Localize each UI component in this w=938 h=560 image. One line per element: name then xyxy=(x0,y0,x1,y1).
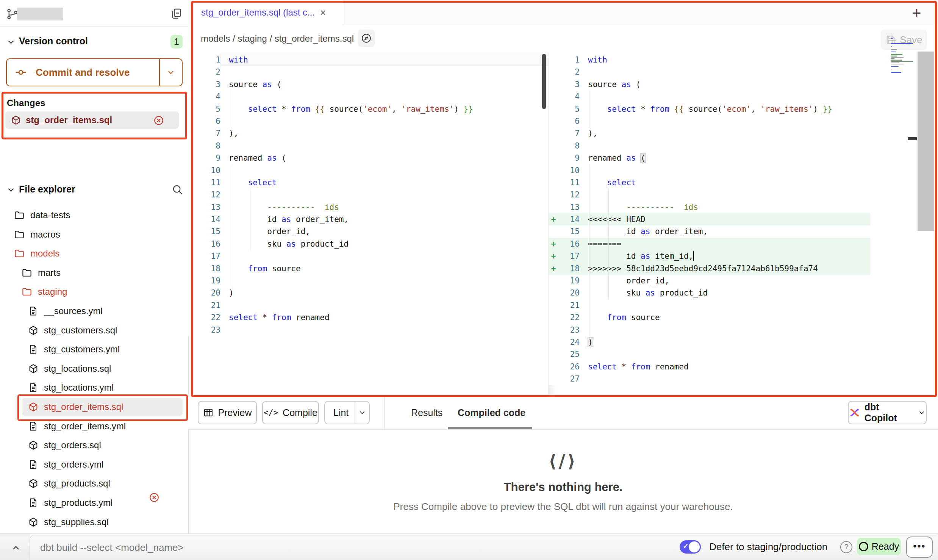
tab-results[interactable]: Results xyxy=(411,407,442,418)
code-line[interactable]: 15 id as order_item, xyxy=(549,225,917,238)
file-item-staging[interactable]: staging xyxy=(21,282,67,301)
line-content[interactable]: select xyxy=(580,177,636,189)
editor-pane-current[interactable]: 1with23source as (45 select * from {{ so… xyxy=(188,52,548,336)
code-line[interactable]: 11 select xyxy=(549,177,917,189)
line-content[interactable] xyxy=(220,140,229,152)
line-content[interactable]: id as item_id, xyxy=(580,250,694,262)
file-item-stg_order_items.yml[interactable]: stg_order_items.yml xyxy=(28,417,126,436)
code-line[interactable]: 10 xyxy=(549,164,917,177)
code-line[interactable]: 6 xyxy=(549,115,917,127)
lint-button[interactable]: Lint xyxy=(324,401,370,424)
code-line[interactable]: 7), xyxy=(188,127,548,139)
line-content[interactable] xyxy=(220,66,229,78)
code-line[interactable]: 5 select * from {{ source('ecom', 'raw_i… xyxy=(188,103,548,115)
code-line[interactable]: 22 from source xyxy=(549,311,917,324)
line-content[interactable]: >>>>>>> 58c1dd23d5eebd9cd2495fa7124ab61b… xyxy=(580,263,818,275)
line-content[interactable] xyxy=(220,189,229,201)
code-line[interactable]: 4 xyxy=(549,91,917,103)
line-content[interactable] xyxy=(580,348,588,360)
preview-button[interactable]: Preview xyxy=(198,401,257,424)
code-line[interactable]: 11 select xyxy=(188,177,548,189)
code-line[interactable]: 12 xyxy=(549,189,917,201)
line-content[interactable] xyxy=(580,66,588,78)
code-line[interactable]: +16======= xyxy=(549,238,917,250)
lint-dropdown-button[interactable] xyxy=(355,402,369,424)
line-content[interactable] xyxy=(580,164,588,177)
chevron-down-icon[interactable] xyxy=(6,185,16,195)
revert-file-icon[interactable] xyxy=(149,492,160,503)
code-line[interactable]: 21 xyxy=(188,299,548,311)
code-line[interactable]: 23 xyxy=(549,324,917,336)
line-content[interactable]: with xyxy=(220,54,548,66)
code-line[interactable]: 23 xyxy=(188,324,548,336)
code-line[interactable]: 26select * from renamed xyxy=(549,361,917,373)
line-content[interactable]: sku as product_id xyxy=(220,238,349,250)
line-content[interactable]: renamed as ( xyxy=(220,152,286,164)
search-icon[interactable] xyxy=(171,183,183,196)
line-content[interactable]: ) xyxy=(220,287,234,299)
line-content[interactable] xyxy=(220,275,229,287)
file-item-models[interactable]: models xyxy=(14,244,59,263)
line-content[interactable] xyxy=(580,324,588,336)
code-line[interactable]: 15 order_id, xyxy=(188,225,548,238)
dbt-copilot-button[interactable]: dbt Copilot xyxy=(848,401,927,424)
line-content[interactable] xyxy=(220,91,229,103)
code-line[interactable]: 19 order_id, xyxy=(549,275,917,287)
file-item-stg_locations.sql[interactable]: stg_locations.sql xyxy=(28,359,111,378)
line-content[interactable] xyxy=(220,299,229,311)
line-content[interactable] xyxy=(580,140,588,152)
file-item-stg_supplies.sql[interactable]: stg_supplies.sql xyxy=(28,513,109,532)
code-line[interactable]: 10 xyxy=(188,164,548,177)
code-line[interactable]: +18>>>>>>> 58c1dd23d5eebd9cd2495fa7124ab… xyxy=(549,263,917,275)
line-content[interactable]: id as order_item, xyxy=(220,213,349,225)
line-content[interactable]: with xyxy=(580,54,607,66)
file-item-stg_customers.sql[interactable]: stg_customers.sql xyxy=(28,321,117,340)
line-content[interactable] xyxy=(220,164,229,177)
line-content[interactable]: source as ( xyxy=(580,78,641,91)
code-line[interactable]: 14 id as order_item, xyxy=(188,213,548,225)
code-line[interactable]: 9renamed as ( xyxy=(188,152,548,164)
file-item-stg_products.yml[interactable]: stg_products.yml xyxy=(28,493,113,512)
line-content[interactable] xyxy=(220,324,229,336)
line-content[interactable] xyxy=(580,91,588,103)
code-line[interactable]: 6 xyxy=(188,115,548,127)
more-options-button[interactable]: ••• xyxy=(906,537,933,558)
code-line[interactable]: 4 xyxy=(188,91,548,103)
compile-button[interactable]: </> Compile xyxy=(262,401,319,424)
code-line[interactable]: 24) xyxy=(549,336,917,348)
line-content[interactable] xyxy=(580,189,588,201)
code-line[interactable]: 1with xyxy=(549,54,917,66)
line-content[interactable]: id as order_item, xyxy=(580,225,708,238)
new-tab-icon[interactable]: + xyxy=(912,5,921,22)
line-content[interactable]: select * from {{ source('ecom', 'raw_ite… xyxy=(580,103,832,115)
editor-scrollbar-thumb[interactable] xyxy=(918,52,934,231)
line-content[interactable]: ) xyxy=(580,336,593,348)
code-line[interactable]: 8 xyxy=(549,140,917,152)
status-badge[interactable]: Ready xyxy=(857,538,901,555)
line-content[interactable] xyxy=(580,299,588,311)
line-content[interactable]: select * from renamed xyxy=(580,361,689,373)
line-content[interactable] xyxy=(220,250,229,262)
code-line[interactable]: 13 ---------- ids xyxy=(188,201,548,213)
file-item-macros[interactable]: macros xyxy=(14,225,60,244)
line-content[interactable] xyxy=(580,115,588,127)
code-line[interactable]: 3source as ( xyxy=(188,78,548,91)
file-item-marts[interactable]: marts xyxy=(21,263,61,282)
line-content[interactable]: select * from renamed xyxy=(220,311,330,324)
navigate-button[interactable] xyxy=(358,30,375,47)
code-line[interactable]: 9renamed as ( xyxy=(549,152,917,164)
file-item-stg_customers.yml[interactable]: stg_customers.yml xyxy=(28,340,120,359)
line-content[interactable]: ---------- ids xyxy=(580,201,698,213)
line-content[interactable]: ), xyxy=(580,127,597,139)
line-content[interactable]: <<<<<<< HEAD xyxy=(580,213,646,225)
line-content[interactable]: from source xyxy=(580,311,660,324)
file-item-stg_locations.yml[interactable]: stg_locations.yml xyxy=(28,378,114,397)
line-content[interactable] xyxy=(580,373,588,385)
code-line[interactable]: 5 select * from {{ source('ecom', 'raw_i… xyxy=(549,103,917,115)
code-line[interactable]: 16 sku as product_id xyxy=(188,238,548,250)
file-item-stg_products.sql[interactable]: stg_products.sql xyxy=(28,474,110,493)
commit-and-resolve-main[interactable]: Commit and resolve xyxy=(7,59,159,86)
left-pane-scrollbar[interactable] xyxy=(542,54,546,109)
code-line[interactable]: 27 xyxy=(549,373,917,385)
code-line[interactable]: 8 xyxy=(188,140,548,152)
